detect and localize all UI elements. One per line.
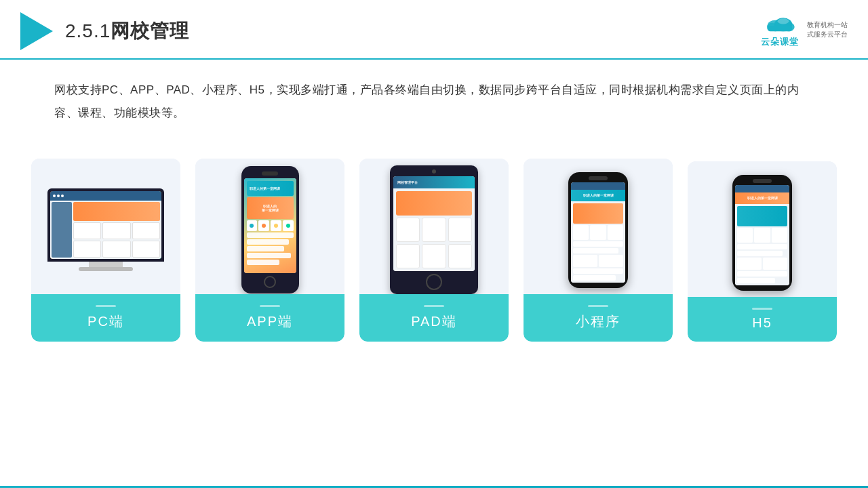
card-h5: 职进人的第一堂网课 bbox=[688, 161, 837, 342]
page-header: 2.5.1网校管理 云朵课堂 教育机构一站 式服务云平台 bbox=[0, 0, 868, 60]
card-pc: PC端 bbox=[31, 159, 180, 342]
phone-home-button bbox=[264, 276, 276, 288]
card-app: 职进人的第一堂网课 职进人的第一堂网课 bbox=[195, 159, 344, 342]
phone-notch bbox=[262, 171, 278, 176]
h5-phone-mock: 职进人的第一堂网课 bbox=[732, 175, 792, 291]
svg-point-5 bbox=[778, 18, 789, 24]
platform-cards: PC端 职进人的第一堂网课 职进人的第一堂网课 bbox=[0, 138, 868, 369]
brand-tagline: 教育机构一站 式服务云平台 bbox=[807, 20, 848, 39]
h5-screen: 职进人的第一堂网课 bbox=[735, 185, 789, 285]
pad-camera bbox=[432, 169, 436, 174]
brand-icon: 云朵课堂 bbox=[761, 11, 799, 48]
pad-device-mock: 网校管理平台 bbox=[390, 165, 478, 294]
wechat-screen: 职进人的第一堂网课 bbox=[571, 182, 625, 283]
h5-notch bbox=[753, 179, 772, 183]
card-pc-image bbox=[31, 159, 180, 294]
cloud-icon bbox=[763, 11, 797, 35]
card-miniprogram-label: 小程序 bbox=[524, 294, 673, 342]
phone-screen: 职进人的第一堂网课 职进人的第一堂网课 bbox=[244, 178, 296, 273]
card-pad-image: 网校管理平台 bbox=[359, 159, 509, 294]
wechat-notch bbox=[589, 176, 608, 180]
card-h5-image: 职进人的第一堂网课 bbox=[688, 161, 837, 297]
page-title: 2.5.1网校管理 bbox=[65, 18, 189, 44]
pad-home-button bbox=[426, 274, 442, 290]
logo-triangle-icon bbox=[20, 12, 53, 50]
description-text: 网校支持PC、APP、PAD、小程序、H5，实现多端打通，产品各终端自由切换，数… bbox=[0, 60, 868, 131]
card-miniprogram: 职进人的第一堂网课 bbox=[524, 159, 673, 342]
card-miniprogram-image: 职进人的第一堂网课 bbox=[524, 159, 673, 294]
card-pc-label: PC端 bbox=[31, 294, 180, 342]
app-phone-mock: 职进人的第一堂网课 职进人的第一堂网课 bbox=[241, 166, 299, 293]
card-pad-label: PAD端 bbox=[359, 294, 509, 342]
card-h5-label: H5 bbox=[688, 297, 837, 342]
card-app-label: APP端 bbox=[195, 294, 344, 342]
pad-screen: 网校管理平台 bbox=[393, 176, 475, 271]
svg-rect-4 bbox=[768, 26, 793, 31]
pc-device-mock bbox=[45, 188, 167, 271]
brand-logo: 云朵课堂 教育机构一站 式服务云平台 bbox=[761, 11, 848, 48]
miniprogram-phone-mock: 职进人的第一堂网课 bbox=[568, 172, 628, 288]
card-app-image: 职进人的第一堂网课 职进人的第一堂网课 bbox=[195, 159, 344, 294]
card-pad: 网校管理平台 bbox=[359, 159, 509, 342]
